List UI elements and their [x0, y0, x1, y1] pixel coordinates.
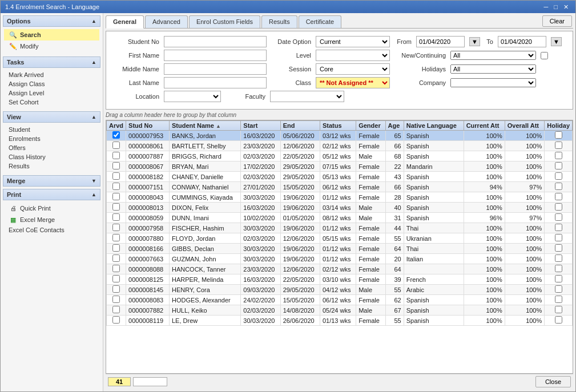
sidebar-item-enrolments[interactable]: Enrolments	[4, 134, 99, 143]
last-name-input[interactable]	[164, 77, 267, 88]
class-select[interactable]: ** Not Assigned **	[316, 77, 390, 88]
cell-holiday	[545, 141, 573, 151]
cell-end: 29/05/2020	[280, 172, 320, 182]
middle-name-input[interactable]	[164, 63, 267, 75]
sidebar-item-quick-print[interactable]: 🖨 Quick Print	[4, 203, 99, 214]
new-continuing-select[interactable]: All New Continuing	[450, 51, 536, 60]
print-header[interactable]: Print ▲	[3, 189, 100, 200]
results-table-container[interactable]: Arvd Stud No Student Name ▲ Start End St…	[106, 120, 573, 374]
form-row-1: Student No Date Option Current From ▼ To…	[111, 36, 568, 47]
minimize-button[interactable]: ─	[542, 3, 551, 11]
student-no-input[interactable]	[164, 36, 267, 47]
table-row[interactable]: 0000008182 CHANEY, Danielle 02/03/2020 2…	[107, 172, 573, 182]
sidebar-item-class-history[interactable]: Class History	[4, 152, 99, 161]
table-row[interactable]: 0000007953 BANKS, Jordan 16/03/2020 05/0…	[107, 131, 573, 141]
table-row[interactable]: 0000008125 HARPER, Melinda 16/03/2020 22…	[107, 274, 573, 285]
to-date-input[interactable]	[498, 36, 546, 47]
col-stud-no[interactable]: Stud No	[126, 121, 170, 131]
table-row[interactable]: 0000008013 DIXON, Felix 16/03/2020 19/06…	[107, 203, 573, 213]
tab-results[interactable]: Results	[261, 15, 297, 28]
cell-age: 22	[385, 161, 404, 172]
col-age[interactable]: Age	[385, 121, 404, 131]
sidebar-item-modify[interactable]: ✏️ Modify	[4, 41, 99, 52]
table-row[interactable]: 0000007958 FISCHER, Hashim 30/03/2020 19…	[107, 223, 573, 233]
cell-arvd	[107, 254, 126, 264]
cell-native-lang: Spanish	[404, 192, 464, 203]
cell-native-lang: Spanish	[404, 182, 464, 192]
cell-gender: Female	[356, 316, 385, 326]
close-button[interactable]: Close	[535, 376, 571, 387]
table-row[interactable]: 0000007887 BRIGGS, Richard 02/03/2020 22…	[107, 151, 573, 161]
location-select[interactable]	[164, 91, 221, 102]
merge-label: Merge	[7, 177, 25, 184]
sidebar-item-excel-coe[interactable]: Excel CoE Contacts	[4, 225, 99, 235]
sidebar-item-student[interactable]: Student	[4, 125, 99, 134]
col-holiday[interactable]: Holiday	[545, 121, 573, 131]
restore-button[interactable]: □	[551, 3, 560, 11]
sidebar-item-excel-merge[interactable]: ▦ Excel Merge	[4, 214, 99, 225]
sidebar-item-results[interactable]: Results	[4, 161, 99, 171]
sidebar-item-assign-level[interactable]: Assign Level	[4, 88, 99, 98]
close-window-button[interactable]: ✕	[561, 3, 571, 11]
view-header[interactable]: View ▲	[3, 111, 100, 123]
tab-general[interactable]: General	[106, 15, 144, 29]
faculty-select[interactable]	[270, 91, 344, 102]
tab-certificate[interactable]: Certificate	[299, 15, 342, 28]
to-date-dropdown-btn[interactable]: ▼	[551, 37, 562, 46]
tab-advanced[interactable]: Advanced	[145, 15, 188, 28]
sidebar-item-set-cohort[interactable]: Set Cohort	[4, 98, 99, 107]
sidebar-item-assign-class[interactable]: Assign Class	[4, 79, 99, 88]
table-row[interactable]: 0000008119 LE, Drew 30/03/2020 26/06/202…	[107, 316, 573, 326]
table-row[interactable]: 0000008088 HANCOCK, Tanner 23/03/2020 12…	[107, 264, 573, 274]
cell-gender: Female	[356, 254, 385, 264]
merge-header[interactable]: Merge ▼	[3, 175, 100, 187]
col-student-name[interactable]: Student Name ▲	[169, 121, 240, 131]
cell-status: 03/10 wks	[320, 274, 356, 285]
company-select[interactable]	[450, 78, 536, 87]
clear-button[interactable]: Clear	[542, 15, 572, 27]
table-row[interactable]: 0000007151 CONWAY, Nathaniel 27/01/2020 …	[107, 182, 573, 192]
session-select[interactable]: Core	[316, 63, 390, 75]
level-select[interactable]	[316, 50, 390, 61]
table-row[interactable]: 0000008043 CUMMINGS, Kiayada 30/03/2020 …	[107, 192, 573, 203]
table-row[interactable]: 0000007880 FLOYD, Jordan 02/03/2020 12/0…	[107, 233, 573, 244]
location-label: Location	[111, 93, 159, 100]
from-date-input[interactable]	[416, 36, 465, 47]
holidays-select[interactable]: All	[450, 64, 536, 74]
col-status[interactable]: Status	[320, 121, 356, 131]
tasks-header[interactable]: Tasks ▲	[3, 56, 100, 68]
new-continuing-checkbox[interactable]	[541, 52, 548, 59]
sidebar-item-search[interactable]: 🔍 Search	[4, 29, 99, 41]
offers-label: Offers	[9, 144, 26, 151]
tab-enrol-custom[interactable]: Enrol Custom Fields	[189, 15, 260, 28]
col-end[interactable]: End	[280, 121, 320, 131]
table-row[interactable]: 0000008083 HODGES, Alexander 24/02/2020 …	[107, 295, 573, 305]
table-row[interactable]: 0000008061 BARTLETT, Shelby 23/03/2020 1…	[107, 141, 573, 151]
options-header[interactable]: Options ▲	[3, 15, 100, 27]
table-row[interactable]: 0000008145 HENRY, Cora 09/03/2020 29/05/…	[107, 285, 573, 295]
sidebar-item-offers[interactable]: Offers	[4, 143, 99, 152]
date-dropdown-btn[interactable]: ▼	[469, 37, 480, 46]
table-row[interactable]: 0000007663 GUZMAN, John 30/03/2020 19/06…	[107, 254, 573, 264]
cell-current-att: 100%	[464, 244, 505, 254]
cell-stud-no: 0000008043	[126, 192, 170, 203]
table-row[interactable]: 0000007882 HULL, Keiko 02/03/2020 14/08/…	[107, 305, 573, 316]
options-section: Options ▲ 🔍 Search ✏️ Modify	[3, 15, 100, 54]
col-native-language[interactable]: Native Language	[404, 121, 464, 131]
cell-holiday	[545, 264, 573, 274]
first-name-label: First Name	[111, 52, 159, 59]
sidebar-item-mark-arrived[interactable]: Mark Arrived	[4, 70, 99, 79]
col-arvd: Arvd	[107, 121, 126, 131]
table-row[interactable]: 0000008067 BRYAN, Mari 17/02/2020 29/05/…	[107, 161, 573, 172]
cell-age: 55	[385, 233, 404, 244]
first-name-input[interactable]	[164, 50, 267, 61]
cell-end: 29/05/2020	[280, 285, 320, 295]
cell-overall-att: 100%	[505, 316, 545, 326]
col-current-att[interactable]: Current Att	[464, 121, 505, 131]
date-option-select[interactable]: Current	[316, 36, 390, 47]
col-overall-att[interactable]: Overall Att	[505, 121, 545, 131]
table-row[interactable]: 0000008166 GIBBS, Declan 30/03/2020 19/0…	[107, 244, 573, 254]
col-start[interactable]: Start	[241, 121, 280, 131]
table-row[interactable]: 0000008059 DUNN, Imani 10/02/2020 01/05/…	[107, 213, 573, 223]
col-gender[interactable]: Gender	[356, 121, 385, 131]
